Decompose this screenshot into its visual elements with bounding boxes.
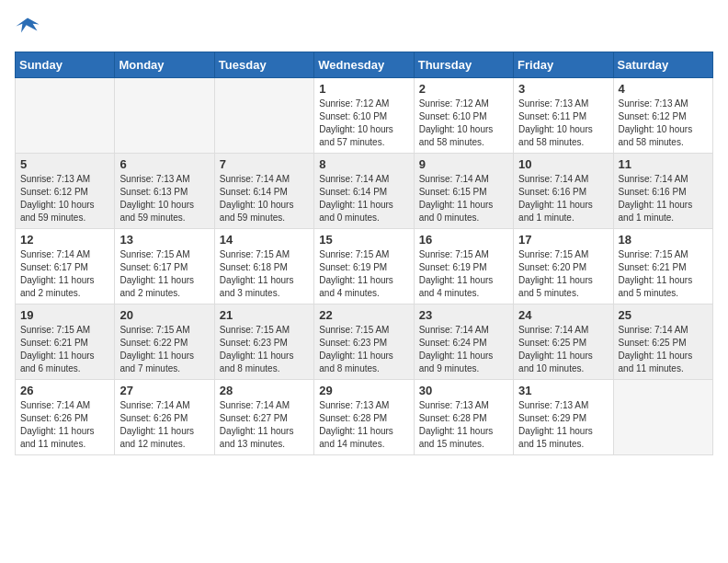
day-cell: 27Sunrise: 7:14 AM Sunset: 6:26 PM Dayli…: [115, 380, 214, 455]
calendar-table: SundayMondayTuesdayWednesdayThursdayFrid…: [15, 52, 713, 455]
week-row-0: 1Sunrise: 7:12 AM Sunset: 6:10 PM Daylig…: [16, 78, 713, 154]
day-cell: 15Sunrise: 7:15 AM Sunset: 6:19 PM Dayli…: [314, 229, 414, 304]
day-cell: 19Sunrise: 7:15 AM Sunset: 6:21 PM Dayli…: [16, 304, 115, 380]
day-info: Sunrise: 7:14 AM Sunset: 6:26 PM Dayligh…: [20, 399, 109, 451]
day-cell: 8Sunrise: 7:14 AM Sunset: 6:14 PM Daylig…: [314, 154, 414, 229]
day-info: Sunrise: 7:15 AM Sunset: 6:21 PM Dayligh…: [20, 324, 109, 375]
day-number: 1: [319, 82, 408, 96]
day-cell: 12Sunrise: 7:14 AM Sunset: 6:17 PM Dayli…: [16, 229, 115, 304]
day-cell: 23Sunrise: 7:14 AM Sunset: 6:24 PM Dayli…: [414, 304, 513, 380]
day-info: Sunrise: 7:14 AM Sunset: 6:15 PM Dayligh…: [419, 173, 508, 224]
day-number: 11: [619, 157, 708, 171]
day-info: Sunrise: 7:15 AM Sunset: 6:23 PM Dayligh…: [220, 324, 309, 375]
day-number: 21: [220, 308, 309, 322]
weekday-header-row: SundayMondayTuesdayWednesdayThursdayFrid…: [16, 52, 713, 78]
day-number: 25: [619, 308, 708, 322]
svg-marker-0: [16, 18, 39, 33]
day-number: 9: [419, 157, 508, 171]
day-cell: 22Sunrise: 7:15 AM Sunset: 6:23 PM Dayli…: [314, 304, 414, 380]
day-number: 31: [518, 384, 608, 397]
day-cell: [613, 380, 712, 455]
day-number: 23: [419, 308, 508, 322]
day-number: 14: [220, 233, 309, 247]
day-cell: 29Sunrise: 7:13 AM Sunset: 6:28 PM Dayli…: [314, 380, 414, 455]
week-row-3: 19Sunrise: 7:15 AM Sunset: 6:21 PM Dayli…: [16, 304, 713, 380]
day-info: Sunrise: 7:13 AM Sunset: 6:12 PM Dayligh…: [619, 98, 708, 149]
day-cell: 3Sunrise: 7:13 AM Sunset: 6:11 PM Daylig…: [514, 78, 613, 154]
day-cell: 2Sunrise: 7:12 AM Sunset: 6:10 PM Daylig…: [414, 78, 513, 154]
day-number: 13: [119, 233, 209, 247]
weekday-header-sunday: Sunday: [16, 52, 115, 78]
day-cell: 24Sunrise: 7:14 AM Sunset: 6:25 PM Dayli…: [514, 304, 613, 380]
day-number: 4: [619, 82, 708, 96]
day-info: Sunrise: 7:14 AM Sunset: 6:16 PM Dayligh…: [619, 173, 708, 224]
day-number: 18: [619, 233, 708, 247]
day-number: 22: [319, 308, 408, 322]
day-info: Sunrise: 7:13 AM Sunset: 6:12 PM Dayligh…: [20, 173, 109, 224]
day-info: Sunrise: 7:14 AM Sunset: 6:14 PM Dayligh…: [220, 173, 309, 224]
day-cell: 11Sunrise: 7:14 AM Sunset: 6:16 PM Dayli…: [613, 154, 712, 229]
day-info: Sunrise: 7:13 AM Sunset: 6:29 PM Dayligh…: [518, 399, 608, 451]
day-info: Sunrise: 7:15 AM Sunset: 6:18 PM Dayligh…: [220, 248, 309, 300]
day-number: 7: [220, 157, 309, 171]
day-cell: 18Sunrise: 7:15 AM Sunset: 6:21 PM Dayli…: [613, 229, 712, 304]
day-number: 12: [20, 233, 109, 247]
logo: [15, 15, 44, 40]
day-info: Sunrise: 7:15 AM Sunset: 6:19 PM Dayligh…: [419, 248, 508, 300]
day-number: 30: [419, 384, 508, 397]
day-number: 5: [20, 157, 109, 171]
day-number: 17: [518, 233, 608, 247]
day-info: Sunrise: 7:15 AM Sunset: 6:22 PM Dayligh…: [119, 324, 209, 375]
day-cell: 28Sunrise: 7:14 AM Sunset: 6:27 PM Dayli…: [214, 380, 313, 455]
day-cell: 25Sunrise: 7:14 AM Sunset: 6:25 PM Dayli…: [613, 304, 712, 380]
day-info: Sunrise: 7:15 AM Sunset: 6:21 PM Dayligh…: [619, 248, 708, 300]
day-cell: 31Sunrise: 7:13 AM Sunset: 6:29 PM Dayli…: [514, 380, 613, 455]
logo-bird-icon: [15, 15, 40, 40]
day-info: Sunrise: 7:12 AM Sunset: 6:10 PM Dayligh…: [419, 98, 508, 149]
day-number: 10: [518, 157, 608, 171]
day-info: Sunrise: 7:14 AM Sunset: 6:14 PM Dayligh…: [319, 173, 408, 224]
day-cell: 5Sunrise: 7:13 AM Sunset: 6:12 PM Daylig…: [16, 154, 115, 229]
day-cell: 4Sunrise: 7:13 AM Sunset: 6:12 PM Daylig…: [613, 78, 712, 154]
day-number: 20: [119, 308, 209, 322]
day-info: Sunrise: 7:12 AM Sunset: 6:10 PM Dayligh…: [319, 98, 408, 149]
day-info: Sunrise: 7:14 AM Sunset: 6:24 PM Dayligh…: [419, 324, 508, 375]
day-cell: 21Sunrise: 7:15 AM Sunset: 6:23 PM Dayli…: [214, 304, 313, 380]
weekday-header-thursday: Thursday: [414, 52, 513, 78]
day-cell: 20Sunrise: 7:15 AM Sunset: 6:22 PM Dayli…: [115, 304, 214, 380]
day-info: Sunrise: 7:15 AM Sunset: 6:23 PM Dayligh…: [319, 324, 408, 375]
day-info: Sunrise: 7:13 AM Sunset: 6:11 PM Dayligh…: [518, 98, 608, 149]
weekday-header-tuesday: Tuesday: [214, 52, 313, 78]
day-number: 27: [119, 384, 209, 397]
day-cell: [214, 78, 313, 154]
day-number: 6: [119, 157, 209, 171]
day-cell: 6Sunrise: 7:13 AM Sunset: 6:13 PM Daylig…: [115, 154, 214, 229]
day-cell: 14Sunrise: 7:15 AM Sunset: 6:18 PM Dayli…: [214, 229, 313, 304]
calendar-body: 1Sunrise: 7:12 AM Sunset: 6:10 PM Daylig…: [16, 78, 713, 455]
day-number: 2: [419, 82, 508, 96]
weekday-header-saturday: Saturday: [613, 52, 712, 78]
weekday-header-wednesday: Wednesday: [314, 52, 414, 78]
day-cell: 13Sunrise: 7:15 AM Sunset: 6:17 PM Dayli…: [115, 229, 214, 304]
week-row-1: 5Sunrise: 7:13 AM Sunset: 6:12 PM Daylig…: [16, 154, 713, 229]
day-info: Sunrise: 7:14 AM Sunset: 6:26 PM Dayligh…: [119, 399, 209, 451]
weekday-header-friday: Friday: [514, 52, 613, 78]
day-info: Sunrise: 7:14 AM Sunset: 6:25 PM Dayligh…: [619, 324, 708, 375]
day-cell: [115, 78, 214, 154]
day-number: 15: [319, 233, 408, 247]
page-header: [15, 15, 713, 40]
day-cell: 7Sunrise: 7:14 AM Sunset: 6:14 PM Daylig…: [214, 154, 313, 229]
day-info: Sunrise: 7:13 AM Sunset: 6:28 PM Dayligh…: [319, 399, 408, 451]
day-number: 26: [20, 384, 109, 397]
day-number: 8: [319, 157, 408, 171]
day-number: 29: [319, 384, 408, 397]
day-cell: 10Sunrise: 7:14 AM Sunset: 6:16 PM Dayli…: [514, 154, 613, 229]
day-number: 3: [518, 82, 608, 96]
day-cell: 26Sunrise: 7:14 AM Sunset: 6:26 PM Dayli…: [16, 380, 115, 455]
week-row-4: 26Sunrise: 7:14 AM Sunset: 6:26 PM Dayli…: [16, 380, 713, 455]
day-cell: [16, 78, 115, 154]
day-cell: 17Sunrise: 7:15 AM Sunset: 6:20 PM Dayli…: [514, 229, 613, 304]
day-info: Sunrise: 7:14 AM Sunset: 6:17 PM Dayligh…: [20, 248, 109, 300]
weekday-header-monday: Monday: [115, 52, 214, 78]
day-info: Sunrise: 7:13 AM Sunset: 6:13 PM Dayligh…: [119, 173, 209, 224]
